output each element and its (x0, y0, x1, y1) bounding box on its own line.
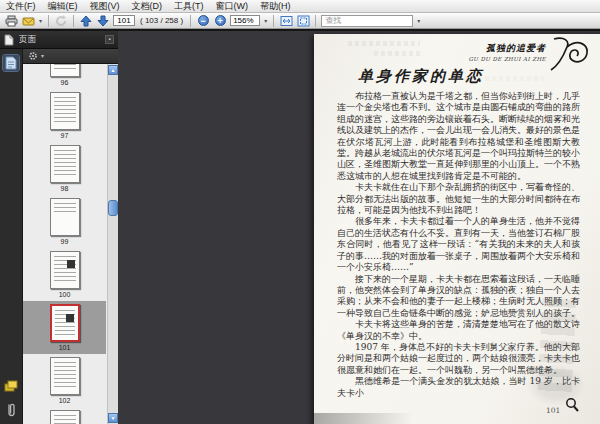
book-title: 孤独的追爱者 (432, 42, 546, 55)
book-title-pinyin: GU DU DE ZHUI AI ZHE (432, 56, 546, 62)
paragraph: 布拉格一直被认为是千塔之都，但当你站到街上时，几乎连一个金尖塔也看不到。这个城市… (337, 91, 580, 182)
scroll-up-button[interactable]: ▲ (108, 65, 118, 75)
menu-item-file[interactable]: 文件(F) (0, 0, 42, 12)
thumbnail-page-99[interactable]: 99 (23, 195, 106, 248)
printer-icon (5, 15, 18, 27)
thumbnail-label: 100 (59, 290, 71, 299)
navigation-sidebar: 页面 ▪ (0, 31, 118, 424)
next-page-button[interactable] (96, 14, 110, 28)
menu-item-window[interactable]: 窗口(W) (210, 0, 255, 12)
thumbnail-image[interactable] (50, 410, 80, 424)
pages-panel-tab[interactable] (3, 55, 19, 71)
thumbnails-options-bar: ▾ (23, 49, 118, 64)
find-input[interactable] (321, 15, 413, 27)
document-viewport[interactable]: 孤独的追爱者 GU DU DE ZHUI AI ZHE 单身作家的单恋 布拉格一… (118, 31, 600, 424)
thumbnail-image[interactable] (50, 357, 80, 395)
zoom-dropdown-caret[interactable]: ▾ (263, 18, 268, 24)
zoom-out-button[interactable]: − (196, 14, 210, 28)
zoom-cursor-icon (564, 397, 580, 413)
pages-panel-header: 页面 ▪ (0, 31, 118, 49)
menu-item-tools[interactable]: 工具(T) (168, 0, 210, 12)
previous-view-icon (55, 15, 67, 27)
gear-icon[interactable] (28, 51, 38, 61)
find-dropdown-caret[interactable]: ▾ (416, 18, 421, 24)
email-icon (22, 15, 35, 27)
arrow-down-icon (97, 15, 109, 27)
thumbnail-list: 96 97 98 99 (23, 64, 118, 424)
email-button[interactable] (21, 14, 35, 28)
toolbar: ▾ ( 103 / 258 ) − + ▾ (0, 13, 600, 29)
thumbnail-image[interactable] (50, 251, 80, 289)
fit-width-button[interactable] (279, 14, 293, 28)
previous-page-button[interactable] (79, 14, 93, 28)
pages-tab-icon (5, 56, 17, 70)
main-area: 页面 ▪ (0, 29, 600, 424)
fit-page-icon (297, 15, 310, 27)
paragraph: 很多年来，卡夫卡都过着一个人的单身生活，他并不觉得自己的生活状态有什么不妥。直到… (337, 216, 580, 273)
zoom-in-button[interactable]: + (213, 14, 227, 28)
zoom-level-input[interactable] (230, 15, 260, 26)
scroll-down-button[interactable]: ▼ (108, 413, 118, 423)
comments-icon (4, 380, 18, 392)
menu-bar: 文件(F) 编辑(E) 视图(V) 文档(D) 工具(T) 窗口(W) 帮助(H… (0, 0, 600, 13)
page-number: 101 (546, 406, 560, 415)
thumbnail-page-103[interactable] (23, 407, 106, 424)
menu-item-document[interactable]: 文档(D) (126, 0, 169, 12)
thumbnail-image[interactable] (50, 145, 80, 183)
thumbnail-page-96[interactable]: 96 (23, 64, 106, 89)
ornament-swirl-icon (548, 36, 590, 72)
thumbnail-page-101-selected[interactable]: 101 (23, 301, 106, 354)
zoom-in-icon: + (215, 15, 226, 26)
thumbnail-page-100[interactable]: 100 (23, 248, 106, 301)
page-count-label: ( 103 / 258 ) (138, 16, 185, 25)
menu-item-view[interactable]: 视图(V) (84, 0, 126, 12)
thumbnail-page-102[interactable]: 102 (23, 354, 106, 407)
zoom-out-icon: − (198, 15, 209, 26)
thumbnail-page-98[interactable]: 98 (23, 142, 106, 195)
fit-width-icon (280, 15, 293, 27)
thumbnail-label: 101 (59, 343, 71, 352)
menu-item-edit[interactable]: 编辑(E) (42, 0, 84, 12)
paperclip-icon (5, 402, 17, 418)
page-icon (4, 34, 14, 46)
thumbnail-label: 96 (61, 78, 69, 87)
chapter-title: 单身作家的单恋 (358, 67, 484, 86)
page-number-input[interactable] (113, 15, 135, 26)
arrow-up-icon (80, 15, 92, 27)
thumbnail-image[interactable] (50, 304, 80, 342)
previous-view-button[interactable] (54, 14, 68, 28)
thumbnail-label: 102 (59, 396, 71, 405)
thumbnail-label: 98 (61, 184, 69, 193)
email-dropdown-caret[interactable]: ▾ (38, 18, 43, 24)
comments-panel-tab[interactable] (3, 378, 19, 394)
options-dropdown-caret[interactable]: ▾ (40, 53, 45, 59)
running-header: 孤独的追爱者 GU DU DE ZHUI AI ZHE (432, 42, 546, 62)
thumbnail-image[interactable] (50, 198, 80, 236)
thumbnail-label: 97 (61, 131, 69, 140)
thumbnail-page-97[interactable]: 97 (23, 89, 106, 142)
scrollbar-thumb[interactable] (108, 200, 118, 216)
panel-tab-strip (0, 49, 22, 424)
attachments-panel-tab[interactable] (3, 402, 19, 418)
book-page: 孤独的追爱者 GU DU DE ZHUI AI ZHE 单身作家的单恋 布拉格一… (314, 34, 600, 424)
thumbnails-panel: ▾ 96 97 98 (22, 49, 118, 424)
panel-title: 页面 (19, 34, 100, 46)
fit-page-button[interactable] (296, 14, 310, 28)
paragraph: 卡夫卡就住在山下那个杂乱拥挤的街区中，写着奇怪的、大部分都无法出版的故事。他短短… (337, 182, 580, 216)
thumbnail-image[interactable] (50, 64, 80, 77)
menu-item-help[interactable]: 帮助(H) (254, 0, 297, 12)
panel-options-button[interactable]: ▪ (105, 35, 114, 44)
thumbnail-label: 99 (61, 237, 69, 246)
thumbnail-image[interactable] (50, 92, 80, 130)
print-button[interactable] (4, 14, 18, 28)
thumbnail-scrollbar[interactable]: ▲ ▼ (107, 64, 118, 424)
